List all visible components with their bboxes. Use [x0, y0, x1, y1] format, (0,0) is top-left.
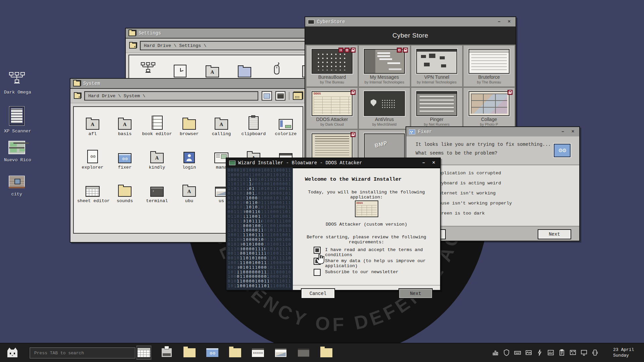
folder-up-icon[interactable] [74, 93, 81, 99]
close-icon[interactable]: ✕ [430, 160, 437, 166]
spreadsheet-icon [137, 347, 151, 358]
screenshot-icon[interactable] [525, 349, 532, 356]
desktop-icon-dark-omega[interactable]: Dark Omega [4, 72, 30, 95]
store-tile-vpn-tunnel[interactable]: VPN Tunnel by Internal Technologies [411, 46, 462, 86]
taskbar-app-folder[interactable] [228, 346, 242, 359]
phone-vibrate-icon[interactable] [591, 349, 599, 356]
fixer-next-button[interactable]: Next [538, 229, 571, 239]
folder-up-icon[interactable] [129, 43, 137, 49]
clipboard-icon [249, 116, 259, 130]
file-fixer[interactable]: fixer [109, 148, 140, 170]
store-tile-bruteforce[interactable]: Bruteforce by The Bureau [464, 46, 515, 86]
minimize-icon[interactable]: – [420, 160, 427, 166]
checkbox-label[interactable]: Subscribe to our newsletter [325, 269, 398, 275]
store-tile-collage[interactable]: Collage by Photo P [464, 88, 515, 129]
store-tile-pinger[interactable]: Pinger by Net Runners [411, 88, 462, 129]
desktop-icon-label: city [4, 192, 30, 197]
paint-app-icon [279, 119, 293, 130]
list-view-button[interactable] [275, 91, 286, 101]
binary-art-panel: 000010100001001100011 100010011001101101… [226, 168, 293, 290]
file-explorer[interactable]: explorer [77, 148, 108, 170]
folder-a-icon [118, 119, 131, 130]
settings-titlebar[interactable]: Settings [126, 28, 328, 39]
app-thumbnail [364, 133, 405, 158]
app-author: by MechShield [359, 122, 410, 126]
settings-address-bar[interactable]: Hard Drive \ Settings \ [140, 41, 309, 50]
app-name: DDOS Attacker [307, 117, 358, 122]
start-cat-icon[interactable] [6, 347, 19, 358]
store-icon [308, 19, 314, 24]
file-label: explorer [77, 165, 108, 170]
clipboard-icon[interactable] [558, 349, 566, 356]
app-author: by Dark Cloud [307, 122, 358, 126]
taskbar-app-fixer[interactable] [205, 346, 219, 359]
world-map-icon[interactable] [569, 349, 577, 356]
close-icon[interactable]: ✕ [505, 18, 513, 25]
wizard-checkbox-2[interactable] [314, 269, 321, 276]
close-icon[interactable]: ✕ [569, 128, 577, 135]
file-sheet-editor[interactable]: sheet editor [77, 181, 108, 204]
taskbar-date: 23 April [613, 347, 644, 353]
icon-view-button[interactable] [262, 91, 272, 101]
keyboard-icon[interactable] [514, 349, 521, 356]
minimize-icon[interactable]: – [559, 128, 567, 135]
store-tile-ddos-attacker[interactable]: DDOS Attacker by Dark Cloud [307, 88, 358, 129]
taskbar-app-image-viewer[interactable] [274, 346, 288, 359]
wizard-titlebar[interactable]: Wizard Installer - Bloatware - DDOS Atta… [226, 158, 440, 168]
file-basis[interactable]: basis [109, 114, 140, 137]
wizard-next-button[interactable]: Next [398, 288, 433, 299]
desktop-icon-xp-scanner[interactable]: XP Scanner [4, 107, 30, 134]
stats-icon[interactable] [492, 349, 499, 356]
store-tile-bureauboard[interactable]: BureauBoard by The Bureau [307, 46, 358, 86]
file-login[interactable]: login [174, 148, 205, 170]
wizard-checkbox-0[interactable] [314, 247, 321, 254]
taskbar-app-folder[interactable] [319, 346, 333, 359]
file-sounds[interactable]: sounds [109, 181, 140, 204]
display-icon[interactable] [580, 349, 588, 356]
taskbar-app-folder[interactable] [182, 346, 197, 359]
map-icon [8, 141, 25, 154]
cyberstore-titlebar[interactable]: CyberStore – ✕ [305, 17, 516, 27]
file-colorize[interactable]: colorize [270, 114, 301, 137]
file-label: sheet editor [77, 199, 108, 204]
file-kindly[interactable]: kindly [142, 148, 172, 170]
taskbar-app-sheet-editor[interactable] [137, 346, 151, 359]
file-label: login [174, 165, 205, 170]
fixer-intro-line2: What seems to be the problem? [416, 150, 497, 156]
taskbar-app-messages[interactable] [160, 346, 174, 359]
file-terminal[interactable]: terminal [142, 181, 172, 204]
taskbar-app-password[interactable] [251, 346, 265, 359]
taskbar-app-window[interactable] [297, 346, 311, 359]
window-badge-icon [397, 48, 402, 53]
file-label: colorize [270, 132, 301, 137]
fixer-titlebar[interactable]: Fixer – ✕ [406, 127, 579, 137]
checkbox-label[interactable]: Share my data (to help us improve our ap… [325, 258, 440, 268]
network-icon [9, 82, 25, 88]
spreadsheet-icon [86, 186, 100, 197]
file-clipboard[interactable]: clipboard [238, 114, 269, 137]
store-tile-antivirus[interactable]: AntiVirus by MechShield [359, 88, 410, 129]
minimize-icon[interactable]: – [495, 18, 503, 25]
wizard-cancel-button[interactable]: Cancel [301, 288, 335, 299]
desktop-icon-nuevo-rico[interactable]: Nuevo Rico [4, 141, 30, 163]
file-book-editor[interactable]: book editor [142, 114, 172, 137]
file-calling[interactable]: calling [206, 114, 237, 137]
folder-a-icon [206, 67, 219, 77]
file-afl[interactable]: afl [77, 114, 108, 137]
desktop-icon-label: XP Scanner [4, 129, 30, 134]
activity-icon[interactable] [547, 349, 554, 356]
search-input[interactable] [30, 347, 136, 359]
archive-icon[interactable] [293, 92, 303, 100]
wizard-content: Welcome to the Wizard Installer Today, y… [293, 168, 440, 290]
app-thumbnail [416, 49, 457, 74]
system-titlebar[interactable]: System [70, 79, 306, 89]
file-browser[interactable]: browser [174, 114, 205, 137]
system-address-bar[interactable]: Hard Drive \ System \ [84, 91, 258, 101]
file-ubu[interactable]: ubu [174, 181, 205, 204]
checkbox-label[interactable]: I have read and accept the terms and con… [325, 247, 440, 257]
cursor-bolt-icon[interactable] [536, 349, 543, 356]
desktop-icon-city[interactable]: city [4, 176, 30, 197]
folder-icon [182, 119, 196, 130]
store-tile-my-messages[interactable]: My Messages by Internal Technologies [359, 46, 410, 86]
shield-icon[interactable] [503, 349, 510, 356]
